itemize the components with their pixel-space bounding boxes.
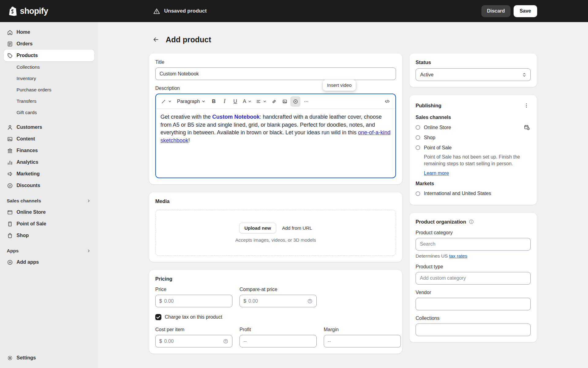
sidebar-item-orders[interactable]: Orders xyxy=(4,38,94,50)
insert-image-button[interactable] xyxy=(280,96,290,107)
sidebar-item-analytics[interactable]: Analytics xyxy=(4,156,94,168)
channel-status-bullet xyxy=(416,125,420,130)
status-card: Status Active xyxy=(409,53,537,87)
vendor-input[interactable] xyxy=(416,298,531,310)
price-input-wrap: $ xyxy=(155,295,232,307)
logo-wordmark: shopify xyxy=(20,6,48,16)
profit-input[interactable] xyxy=(243,339,313,344)
sidebar: Home Orders Products Collections Invento… xyxy=(0,22,98,368)
unsaved-status: Unsaved product xyxy=(153,0,207,22)
price-input[interactable] xyxy=(164,298,228,304)
help-question-icon[interactable] xyxy=(307,298,313,304)
schedule-publish-button[interactable] xyxy=(523,124,531,131)
description-editor: Insert video Paragraph B xyxy=(155,94,396,178)
checkmark-icon xyxy=(155,314,161,320)
description-label: Description xyxy=(155,86,396,91)
status-title: Status xyxy=(416,59,531,65)
editor-toolbar: Paragraph B I U A xyxy=(156,94,395,109)
info-icon[interactable] xyxy=(469,219,474,224)
cost-per-item-input[interactable] xyxy=(164,339,221,344)
compare-at-input[interactable] xyxy=(248,298,305,304)
charge-tax-label: Charge tax on this product xyxy=(165,314,222,320)
insert-link-button[interactable] xyxy=(269,96,279,107)
vendor-field: Vendor xyxy=(416,290,531,310)
paragraph-style-dropdown[interactable]: Paragraph xyxy=(174,96,208,107)
tax-rates-link[interactable]: tax rates xyxy=(449,253,467,259)
product-type-field: Product type xyxy=(416,264,531,285)
ai-magic-button[interactable] xyxy=(159,96,173,107)
product-type-input[interactable] xyxy=(416,272,531,285)
sidebar-item-transfers[interactable]: Transfers xyxy=(4,95,94,107)
sidebar-item-finances[interactable]: Finances xyxy=(4,145,94,156)
back-arrow-icon xyxy=(153,36,159,43)
sidebar-item-home[interactable]: Home xyxy=(4,26,94,38)
upload-new-button[interactable]: Upload new xyxy=(239,223,276,233)
currency-symbol: $ xyxy=(159,298,162,304)
compare-at-input-wrap: $ xyxy=(239,295,317,307)
sidebar-item-customers[interactable]: Customers xyxy=(4,121,94,133)
align-left-icon xyxy=(256,99,261,104)
charge-tax-checkbox[interactable] xyxy=(155,314,161,320)
margin-input[interactable] xyxy=(328,339,397,344)
product-category-input[interactable] xyxy=(416,238,531,251)
more-formatting-button[interactable] xyxy=(301,96,311,107)
ellipsis-icon xyxy=(303,99,309,104)
sidebar-item-collections[interactable]: Collections xyxy=(4,61,94,73)
title-input[interactable] xyxy=(155,67,396,80)
description-bold-link[interactable]: Custom Notebook xyxy=(212,114,260,120)
sidebar-item-point-of-sale[interactable]: Point of Sale xyxy=(4,218,94,230)
status-select[interactable]: Active xyxy=(416,68,531,81)
sidebar-item-inventory[interactable]: Inventory xyxy=(4,73,94,84)
sidebar-item-products[interactable]: Products xyxy=(4,50,94,61)
show-html-button[interactable] xyxy=(382,96,392,107)
sidebar-item-discounts[interactable]: Discounts xyxy=(4,180,94,191)
sidebar-item-purchase-orders[interactable]: Purchase orders xyxy=(4,84,94,95)
margin-input-wrap xyxy=(324,335,401,347)
image-icon xyxy=(282,99,288,104)
product-type-label: Product type xyxy=(416,264,531,270)
margin-label: Margin xyxy=(324,327,401,332)
sales-channels-heading: Sales channels xyxy=(416,115,531,120)
sidebar-item-shop[interactable]: Shop xyxy=(4,230,94,241)
discard-button[interactable]: Discard xyxy=(481,5,511,17)
profit-input-wrap xyxy=(239,335,317,347)
sidebar-item-content[interactable]: Content xyxy=(4,133,94,145)
sidebar-item-online-store[interactable]: Online Store xyxy=(4,206,94,218)
channel-status-bullet xyxy=(416,145,420,150)
description-text-area[interactable]: Get creative with the Custom Notebook: h… xyxy=(156,109,395,178)
shopify-bag-icon xyxy=(8,6,17,16)
sidebar-section-apps[interactable]: Apps xyxy=(4,245,94,256)
currency-symbol: $ xyxy=(243,298,246,304)
back-button[interactable] xyxy=(150,34,161,45)
insert-video-button[interactable] xyxy=(290,96,300,107)
learn-more-link[interactable]: Learn more xyxy=(424,171,449,176)
margin-field-group: Margin xyxy=(324,327,401,347)
underline-button[interactable]: U xyxy=(230,96,240,107)
text-color-button[interactable]: A xyxy=(241,96,253,107)
page-header: Add product xyxy=(149,33,537,47)
sidebar-item-add-apps[interactable]: Add apps xyxy=(4,256,94,268)
product-details-card: Title Description Insert video xyxy=(149,53,402,184)
gear-icon xyxy=(7,355,13,361)
sidebar-section-sales-channels[interactable]: Sales channels xyxy=(4,195,94,206)
sidebar-item-settings[interactable]: Settings xyxy=(4,352,94,364)
sidebar-item-marketing[interactable]: Marketing xyxy=(4,168,94,180)
sidebar-item-gift-cards[interactable]: Gift cards xyxy=(4,107,94,118)
bold-button[interactable]: B xyxy=(209,96,219,107)
collections-input[interactable] xyxy=(416,324,531,336)
add-from-url-button[interactable]: Add from URL xyxy=(282,225,312,231)
shopify-logo[interactable]: shopify xyxy=(8,6,48,16)
publishing-menu-button[interactable] xyxy=(522,101,531,110)
italic-button[interactable]: I xyxy=(220,96,230,107)
help-question-icon[interactable] xyxy=(223,339,228,344)
home-icon xyxy=(7,29,13,36)
main-content: Add product Title Description Insert vid… xyxy=(98,22,588,368)
markets-heading: Markets xyxy=(416,181,531,186)
alignment-button[interactable] xyxy=(254,96,268,107)
select-chevrons-icon xyxy=(522,72,527,78)
save-button[interactable]: Save xyxy=(514,5,537,17)
market-row: International and United States xyxy=(416,189,531,199)
cost-field-group: Cost per item $ xyxy=(155,327,232,347)
point-of-sale-icon xyxy=(7,221,13,227)
calendar-clock-icon xyxy=(524,124,530,131)
